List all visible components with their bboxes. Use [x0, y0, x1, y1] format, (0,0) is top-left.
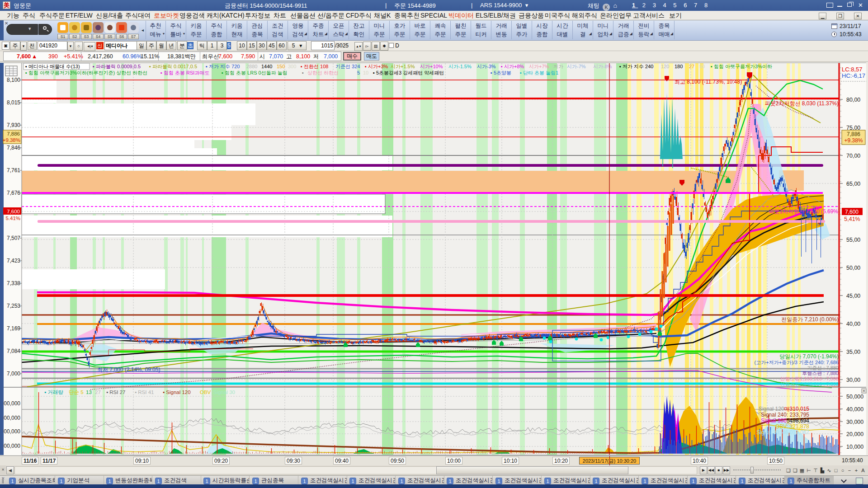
svg-text:7,169: 7,169	[7, 325, 20, 332]
svg-text:▪ RSI 41: ▪ RSI 41	[135, 389, 154, 395]
svg-text:Signal 30: Signal 30	[213, 389, 235, 395]
svg-text:▪ Signal 120: ▪ Signal 120	[163, 389, 191, 395]
svg-text:70,00: 70,00	[846, 153, 860, 159]
svg-text:▪: ▪	[302, 70, 304, 75]
svg-text:7,084: 7,084	[7, 348, 20, 354]
svg-text:시가+10%: 시가+10%	[420, 64, 443, 69]
svg-text:OBV: OBV	[200, 389, 211, 395]
svg-text:65,00: 65,00	[846, 181, 860, 187]
svg-text:00,000: 00,000	[4, 428, 20, 435]
svg-text:00,000: 00,000	[4, 400, 20, 407]
svg-text:(고가+저가+종가)/3 기준선 240: 7,686: (고가+저가+종가)/3 기준선 240: 7,686	[755, 360, 839, 365]
svg-text:당일시가 7,070 (-1.94%): 당일시가 7,070 (-1.94%)	[779, 353, 839, 360]
svg-text:7,507: 7,507	[7, 235, 20, 241]
svg-text:▪ RSI 27: ▪ RSI 27	[106, 389, 125, 395]
svg-text:피봇1차저항선 7,630 (5.69%): 피봇1차저항선 7,630 (5.69%)	[769, 208, 840, 215]
svg-text:7,423: 7,423	[7, 258, 20, 264]
svg-text:30,000: 30,000	[846, 419, 863, 425]
svg-text:×: ×	[863, 389, 865, 393]
svg-text:2880: 2880	[246, 64, 257, 69]
svg-text:5.41%: 5.41%	[5, 216, 20, 221]
svg-text:40,00: 40,00	[846, 321, 860, 327]
svg-text:00,000: 00,000	[4, 443, 20, 449]
svg-text:최저 7,000 (2.14%, 09:05): 최저 7,000 (2.14%, 09:05)	[97, 366, 160, 373]
svg-text:7,761: 7,761	[7, 167, 20, 174]
svg-text:300: 300	[288, 64, 296, 69]
svg-text:35,00: 35,00	[846, 349, 860, 355]
svg-text:상한선 하한선: 상한선 하한선	[307, 70, 339, 75]
svg-text:50: 50	[699, 64, 705, 69]
svg-text:55,00: 55,00	[846, 237, 860, 243]
svg-text:피봇2차저항선 8,030 (11.37%): 피봇2차저항선 8,030 (11.37%)	[765, 100, 839, 107]
svg-text:7,886: 7,886	[7, 131, 20, 136]
svg-text:시가-1.5%: 시가-1.5%	[448, 64, 472, 69]
svg-text:▪ 단타 초봉 눌림1: ▪ 단타 초봉 눌림1	[520, 70, 558, 75]
svg-text:선행스팬2,648,310 : 7,598: 선행스팬2,648,310 : 7,598	[780, 381, 839, 387]
svg-text:전일종가 7,210 (0.00%): 전일종가 7,210 (0.00%)	[781, 316, 839, 323]
svg-text:▪ 전환선 108: ▪ 전환선 108	[301, 64, 328, 69]
svg-text:▪ 메디아나 매물대 수(13): ▪ 메디아나 매물대 수(13)	[25, 64, 80, 69]
svg-text:▪ 5초봉강세3 강세패턴 약세패턴: ▪ 5초봉강세3 강세패턴 약세패턴	[373, 70, 444, 75]
svg-text:50,000: 50,000	[846, 394, 863, 400]
svg-text:Signal 30: 46,019,067: Signal 30: 46,019,067	[756, 429, 809, 436]
svg-text:▪ 힘힘 아랫구름저가3%이하: ▪ 힘힘 아랫구름저가3%이하	[711, 64, 772, 69]
svg-text:▪ 힘힘 초봉 RSI과매도: ▪ 힘힘 초봉 RSI과매도	[160, 70, 209, 75]
svg-text:8,015: 8,015	[7, 99, 20, 106]
svg-text:선행스팬1,108,310 : 7,598: 선행스팬1,108,310 : 7,598	[780, 376, 839, 381]
svg-text:7,600: 7,600	[845, 209, 859, 215]
svg-text:단순 5: 단순 5	[69, 389, 84, 395]
svg-text:Signal 3005498,694: Signal 3005498,694	[761, 418, 809, 424]
svg-text:30,00: 30,00	[846, 377, 860, 383]
svg-text:10: 10	[363, 70, 368, 75]
svg-text:▪ 저가 지수 720: ▪ 저가 지수 720	[206, 64, 240, 69]
svg-text:HC:-6,17: HC:-6,17	[842, 72, 865, 79]
svg-text:▪ 힘힘 초봉 LRS 0선돌파 눌림: ▪ 힘힘 초봉 LRS 0선돌파 눌림	[222, 70, 288, 75]
svg-text:7,000: 7,000	[7, 371, 20, 377]
svg-text:▪ 파라볼릭 0.0009,0.5: ▪ 파라볼릭 0.0009,0.5	[93, 64, 141, 69]
svg-text:후행스팬 : 7,880: 후행스팬 : 7,880	[802, 371, 839, 376]
svg-text:시가-7%: 시가-7%	[567, 64, 586, 69]
svg-text:45,00: 45,00	[846, 293, 860, 299]
svg-text:27: 27	[95, 389, 101, 395]
svg-text:7,846: 7,846	[7, 145, 20, 151]
svg-text:▪ 시가+3%: ▪ 시가+3%	[365, 64, 388, 69]
svg-text:+9.38%: +9.38%	[844, 137, 863, 144]
svg-text:120: 120	[661, 64, 669, 69]
svg-text:150: 150	[277, 64, 285, 69]
svg-text:20,000: 20,000	[846, 431, 863, 437]
svg-text:50,00: 50,00	[846, 265, 860, 271]
svg-text:10,000: 10,000	[846, 444, 863, 450]
svg-text:+9.38%: +9.38%	[3, 137, 20, 143]
svg-text:1440: 1440	[261, 64, 272, 69]
svg-text:저가: 저가	[553, 64, 563, 69]
svg-text:▪ 거래량: ▪ 거래량	[44, 389, 63, 395]
svg-text:OBV: 321,878: OBV: 321,878	[775, 423, 809, 430]
svg-text:180: 180	[675, 64, 683, 69]
svg-text:시가-3%: 시가-3%	[477, 64, 496, 69]
svg-text:5: 5	[357, 70, 360, 75]
svg-text:▪ 저가 지수 240: ▪ 저가 지수 240	[619, 64, 653, 69]
svg-text:▪ 힘힘 아랫구름저가3%이하(하루전기준) 상한선 하: ▪ 힘힘 아랫구름저가3%이하(하루전기준) 상한선 하한선	[25, 70, 147, 75]
svg-text:40,000: 40,000	[846, 406, 863, 413]
svg-text:Signal 120매310,015: Signal 120매310,015	[759, 406, 809, 412]
svg-text:00,000: 00,000	[4, 415, 20, 421]
svg-text:7,930: 7,930	[7, 122, 20, 128]
svg-text:7,253: 7,253	[7, 303, 20, 309]
svg-text:7,338: 7,338	[7, 280, 20, 286]
svg-text:최고 8,100 (-11.73%, 10:48): 최고 8,100 (-11.73%, 10:48)	[675, 79, 742, 85]
svg-text:▪ 시가+8%: ▪ 시가+8%	[501, 64, 524, 69]
svg-text:5,41%: 5,41%	[844, 216, 860, 222]
svg-text:시가+1.5%: 시가+1.5%	[391, 64, 415, 69]
svg-text:기준선 : 7,880: 기준선 : 7,880	[807, 365, 839, 371]
svg-text:시가+7%: 시가+7%	[529, 64, 549, 69]
svg-text:8,100: 8,100	[7, 77, 20, 83]
svg-text:7,600: 7,600	[7, 209, 20, 214]
svg-text:7,676: 7,676	[7, 190, 20, 196]
svg-text:▪ 파라볼릭 0.0017,0.5: ▪ 파라볼릭 0.0017,0.5	[149, 64, 197, 69]
svg-text:▪ 5초양봉: ▪ 5초양봉	[491, 70, 511, 75]
svg-text:80,00: 80,00	[846, 97, 860, 103]
svg-text:13: 13	[86, 389, 92, 395]
svg-text:Signal 240: 233,795: Signal 240: 233,795	[761, 412, 809, 418]
svg-text:기준선 324: 기준선 324	[335, 64, 360, 69]
svg-text:LC:8,57: LC:8,57	[842, 66, 863, 73]
